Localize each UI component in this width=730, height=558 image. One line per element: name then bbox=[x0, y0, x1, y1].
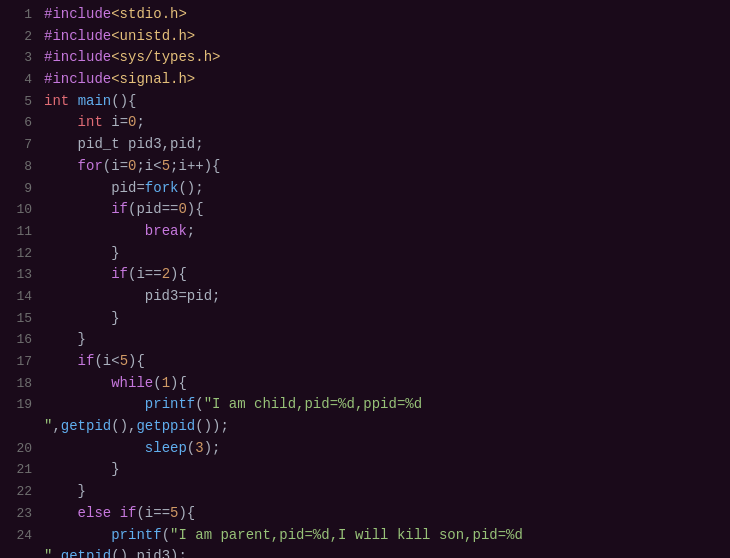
code-line: 13 if(i==2){ bbox=[0, 264, 730, 286]
line-content: } bbox=[44, 308, 120, 330]
line-number: 4 bbox=[8, 70, 32, 90]
line-content: break; bbox=[44, 221, 195, 243]
code-line: 1#include<stdio.h> bbox=[0, 4, 730, 26]
code-line: 22 } bbox=[0, 481, 730, 503]
line-content: } bbox=[44, 481, 86, 503]
line-content: printf("I am child,pid=%d,ppid=%d ",getp… bbox=[44, 394, 422, 437]
line-number: 6 bbox=[8, 113, 32, 133]
code-line: 23 else if(i==5){ bbox=[0, 503, 730, 525]
line-number: 11 bbox=[8, 222, 32, 242]
line-number: 20 bbox=[8, 439, 32, 459]
line-number: 8 bbox=[8, 157, 32, 177]
code-line: 5int main(){ bbox=[0, 91, 730, 113]
code-line: 11 break; bbox=[0, 221, 730, 243]
code-line: 21 } bbox=[0, 459, 730, 481]
line-content: pid=fork(); bbox=[44, 178, 204, 200]
line-content: pid3=pid; bbox=[44, 286, 220, 308]
line-number: 22 bbox=[8, 482, 32, 502]
line-number: 15 bbox=[8, 309, 32, 329]
line-number: 9 bbox=[8, 179, 32, 199]
line-content: int main(){ bbox=[44, 91, 136, 113]
code-line: 20 sleep(3); bbox=[0, 438, 730, 460]
code-line: 15 } bbox=[0, 308, 730, 330]
line-content: #include<stdio.h> bbox=[44, 4, 187, 26]
line-content: } bbox=[44, 329, 86, 351]
line-content: } bbox=[44, 459, 120, 481]
code-line: 8 for(i=0;i<5;i++){ bbox=[0, 156, 730, 178]
line-content: int i=0; bbox=[44, 112, 145, 134]
line-number: 3 bbox=[8, 48, 32, 68]
line-content: while(1){ bbox=[44, 373, 187, 395]
line-content: if(i<5){ bbox=[44, 351, 145, 373]
line-content: else if(i==5){ bbox=[44, 503, 195, 525]
line-number: 24 bbox=[8, 526, 32, 546]
line-content: #include<unistd.h> bbox=[44, 26, 195, 48]
line-number: 23 bbox=[8, 504, 32, 524]
line-number: 5 bbox=[8, 92, 32, 112]
code-line: 3#include<sys/types.h> bbox=[0, 47, 730, 69]
line-content: if(i==2){ bbox=[44, 264, 187, 286]
code-line: 14 pid3=pid; bbox=[0, 286, 730, 308]
code-line: 19 printf("I am child,pid=%d,ppid=%d ",g… bbox=[0, 394, 730, 437]
code-line: 7 pid_t pid3,pid; bbox=[0, 134, 730, 156]
code-line: 12 } bbox=[0, 243, 730, 265]
line-number: 2 bbox=[8, 27, 32, 47]
line-number: 19 bbox=[8, 395, 32, 415]
line-content: pid_t pid3,pid; bbox=[44, 134, 204, 156]
line-number: 18 bbox=[8, 374, 32, 394]
line-content: printf("I am parent,pid=%d,I will kill s… bbox=[44, 525, 523, 559]
line-content: if(pid==0){ bbox=[44, 199, 204, 221]
code-line: 10 if(pid==0){ bbox=[0, 199, 730, 221]
code-line: 17 if(i<5){ bbox=[0, 351, 730, 373]
line-content: for(i=0;i<5;i++){ bbox=[44, 156, 221, 178]
line-content: sleep(3); bbox=[44, 438, 220, 460]
code-line: 4#include<signal.h> bbox=[0, 69, 730, 91]
line-number: 12 bbox=[8, 244, 32, 264]
code-line: 6 int i=0; bbox=[0, 112, 730, 134]
line-number: 14 bbox=[8, 287, 32, 307]
line-content: #include<sys/types.h> bbox=[44, 47, 220, 69]
code-editor: 1#include<stdio.h>2#include<unistd.h>3#i… bbox=[0, 0, 730, 558]
code-line: 24 printf("I am parent,pid=%d,I will kil… bbox=[0, 525, 730, 559]
code-line: 9 pid=fork(); bbox=[0, 178, 730, 200]
line-number: 7 bbox=[8, 135, 32, 155]
line-number: 13 bbox=[8, 265, 32, 285]
line-number: 1 bbox=[8, 5, 32, 25]
line-number: 10 bbox=[8, 200, 32, 220]
line-number: 17 bbox=[8, 352, 32, 372]
code-line: 2#include<unistd.h> bbox=[0, 26, 730, 48]
line-number: 16 bbox=[8, 330, 32, 350]
line-content: } bbox=[44, 243, 120, 265]
line-number: 21 bbox=[8, 460, 32, 480]
code-line: 16 } bbox=[0, 329, 730, 351]
code-line: 18 while(1){ bbox=[0, 373, 730, 395]
line-content: #include<signal.h> bbox=[44, 69, 195, 91]
